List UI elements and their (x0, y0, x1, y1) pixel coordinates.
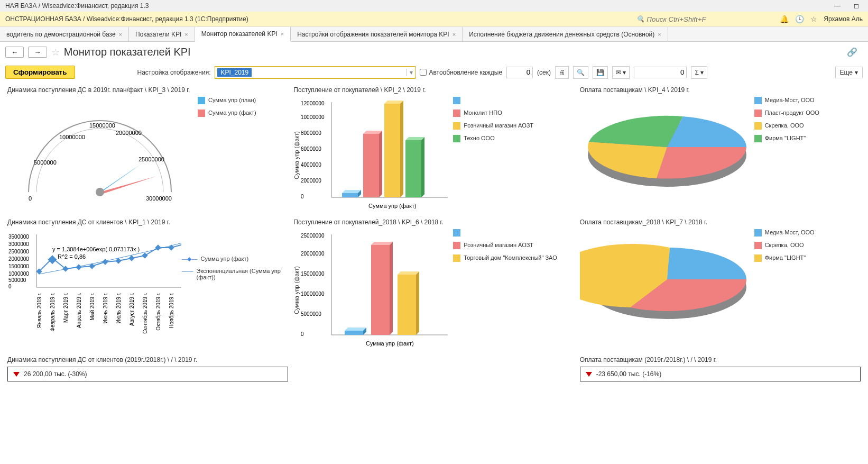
svg-text:15000000: 15000000 (301, 271, 325, 277)
svg-text:5000000: 5000000 (301, 311, 321, 317)
tab-kpi-indicators[interactable]: Показатели KPI× (129, 27, 195, 41)
tab-budget-execution[interactable]: Исполнение бюджета движения денежных сре… (463, 27, 668, 41)
svg-text:Январь 2019 г.: Январь 2019 г. (36, 293, 42, 328)
svg-text:5000000: 5000000 (34, 159, 57, 166)
svg-text:20000000: 20000000 (116, 130, 142, 136)
close-icon[interactable]: × (281, 31, 284, 37)
svg-text:15000000: 15000000 (89, 122, 115, 129)
toolbar: Сформировать Настройка отображения: KPI_… (0, 62, 868, 82)
kpi-box: -23 650,00 тыс. (-16%) (580, 367, 861, 381)
svg-point-9 (96, 188, 104, 196)
star-icon[interactable]: ☆ (810, 15, 817, 23)
svg-text:Сумма упр (факт): Сумма упр (факт) (366, 340, 414, 347)
svg-text:3000000: 3000000 (8, 241, 29, 247)
subheader: ОНСТРАЦИОННАЯ БАЗА / Wiseadvice:Финансис… (0, 12, 868, 27)
minimize-button[interactable]: — (831, 2, 844, 10)
svg-text:0: 0 (301, 331, 304, 337)
sigma-button[interactable]: Σ ▾ (691, 66, 707, 79)
search-box[interactable]: 🔍 (636, 15, 773, 23)
close-icon[interactable]: × (184, 31, 188, 38)
chart-title: Поступление от покупателей_2018 \ KPI_6 … (293, 219, 574, 226)
titlebar: НАЯ БАЗА / Wiseadvice:Финансист, редакци… (0, 0, 868, 12)
svg-marker-27 (400, 101, 403, 197)
svg-text:20000000: 20000000 (301, 251, 325, 257)
chart-title: Оплата поставщикам_2018 \ KPI_7 \ 2018 г… (580, 219, 861, 226)
gauge-chart: 0 5000000 10000000 15000000 20000000 250… (7, 97, 198, 208)
close-icon[interactable]: × (658, 31, 661, 38)
svg-rect-77 (345, 331, 363, 335)
svg-text:Июнь 2019 г.: Июнь 2019 г. (103, 293, 108, 323)
preview-button[interactable]: 🔍 (573, 66, 588, 79)
tab-display-settings[interactable]: Настройки отображения показателей монито… (291, 27, 463, 41)
autorefresh-input[interactable] (420, 69, 427, 76)
back-button[interactable]: ← (5, 47, 24, 58)
generate-button[interactable]: Сформировать (5, 66, 75, 79)
triangle-down-icon (586, 372, 592, 377)
chart-title: Оплата поставщикам \ KPI_4 \ 2019 г. (580, 86, 861, 94)
display-select-value: KPI_2019 (217, 68, 252, 77)
svg-marker-24 (379, 131, 382, 197)
svg-text:500000: 500000 (8, 277, 26, 283)
close-icon[interactable]: × (119, 31, 122, 38)
pie-chart-2019 (580, 97, 754, 203)
svg-text:6000000: 6000000 (301, 146, 321, 152)
panel-pie-2018: Оплата поставщикам_2018 \ KPI_7 \ 2018 г… (580, 219, 861, 351)
legend: Сумма упр (план) Сумма упр (факт) (198, 97, 256, 208)
svg-text:Сумма упр (факт): Сумма упр (факт) (368, 203, 417, 209)
mail-button[interactable]: ✉ ▾ (612, 66, 630, 79)
legend: Медиа-Мост, ООО Скрепка, ООО Фирма "LIGH… (754, 229, 815, 335)
svg-rect-22 (363, 134, 379, 197)
tab-demo-guide[interactable]: водитель по демонстрационной базе× (0, 27, 129, 41)
svg-marker-30 (421, 137, 424, 197)
display-select[interactable]: KPI_2019 ▾ (215, 66, 415, 79)
kpi-value: 26 200,00 тыс. (-30%) (24, 370, 87, 378)
svg-text:25000000: 25000000 (138, 156, 164, 162)
svg-marker-81 (371, 242, 393, 245)
second-num-input[interactable] (634, 67, 687, 78)
svg-marker-23 (363, 131, 382, 134)
panel-pie-2019: Оплата поставщикам \ KPI_4 \ 2019 г. Мед… (580, 86, 861, 213)
svg-text:0: 0 (8, 284, 12, 289)
line-chart: 3500000 3000000 2500000 2000000 1500000 … (7, 229, 181, 351)
svg-rect-83 (398, 275, 416, 335)
svg-marker-7 (98, 161, 145, 194)
display-setting-label: Настройка отображения: (137, 69, 211, 76)
chart-title: Поступление от покупателей \ KPI_2 \ 201… (293, 86, 574, 94)
interval-input[interactable] (506, 67, 533, 78)
favorite-icon[interactable]: ☆ (51, 47, 60, 58)
legend: Медиа-Мост, ООО Пласт-продукт ООО Скрепк… (754, 97, 819, 203)
svg-text:Ноябрь 2019 г.: Ноябрь 2019 г. (169, 293, 174, 329)
link-icon[interactable]: 🔗 (847, 47, 857, 57)
more-button[interactable]: Еще▾ (835, 67, 863, 78)
save-button[interactable]: 💾 (593, 66, 608, 79)
svg-text:0: 0 (301, 194, 304, 199)
chart-title: Динамика поступления ДС от клиентов \ KP… (7, 219, 288, 226)
svg-marker-82 (390, 242, 393, 335)
bell-icon[interactable]: 🔔 (780, 15, 789, 23)
svg-text:0: 0 (29, 195, 32, 202)
svg-marker-8 (98, 176, 156, 195)
kpi-value: -23 650,00 тыс. (-16%) (596, 370, 662, 378)
svg-text:10000000: 10000000 (301, 114, 325, 120)
search-input[interactable] (647, 15, 773, 23)
print-button[interactable]: 🖨 (555, 66, 569, 79)
tab-kpi-monitor[interactable]: Монитор показателей KPI× (195, 27, 291, 42)
legend: Розничный магазин АОЗТ Торговый дом "Ком… (453, 229, 557, 351)
pie-chart-2018 (580, 229, 754, 335)
svg-text:R^2  =  0,86: R^2 = 0,86 (58, 253, 86, 260)
kpi-title: Оплата поставщикам (2019г./2018г.) \ / \… (580, 356, 861, 363)
autorefresh-checkbox[interactable]: Автообновление каждые (420, 69, 502, 76)
svg-text:30000000: 30000000 (146, 195, 172, 202)
maximize-button[interactable]: ◻ (850, 2, 863, 10)
panel-line: Динамика поступления ДС от клиентов \ KP… (7, 219, 288, 351)
svg-rect-51 (142, 252, 147, 258)
svg-text:Февраль 2019 г.: Февраль 2019 г. (50, 293, 56, 332)
forward-button[interactable]: → (28, 47, 47, 58)
svg-text:10000000: 10000000 (59, 134, 85, 140)
history-icon[interactable]: 🕓 (795, 15, 804, 23)
svg-text:1500000: 1500000 (8, 263, 29, 269)
triangle-down-icon (13, 372, 20, 377)
svg-text:8000000: 8000000 (301, 130, 321, 136)
close-icon[interactable]: × (453, 31, 456, 38)
svg-text:2000000: 2000000 (301, 178, 321, 184)
